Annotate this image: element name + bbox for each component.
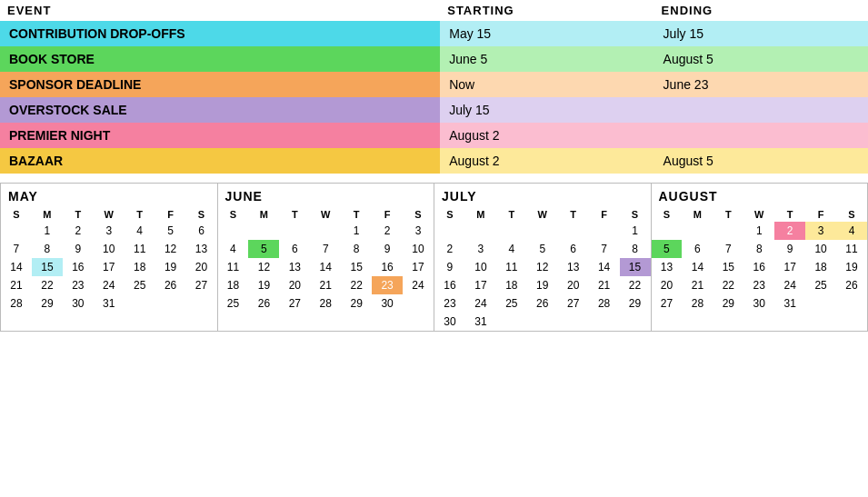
may-cell: 16 — [63, 258, 94, 276]
aug-cell: 29 — [713, 294, 743, 313]
month-july: JULY S M T W T F S — [434, 184, 652, 331]
event-name-contribution: CONTRIBUTION DROP-OFFS — [0, 21, 440, 46]
aug-cell: 26 — [836, 276, 867, 294]
july-cell — [465, 222, 496, 240]
event-end-premier — [654, 123, 868, 148]
aug-cell: 10 — [805, 240, 836, 258]
aug-cell: 22 — [713, 276, 743, 294]
may-cell: 8 — [32, 240, 63, 258]
may-cell: 19 — [155, 258, 186, 276]
event-row-bookstore: BOOK STORE June 5 August 5 — [0, 46, 868, 72]
event-end-bookstore: August 5 — [654, 46, 868, 72]
june-day-header-m: M — [248, 207, 279, 222]
july-cell: 5 — [527, 240, 558, 258]
july-cell: 23 — [434, 294, 465, 313]
july-cell: 27 — [558, 294, 589, 313]
july-cell — [558, 313, 589, 331]
table-row: 1 2 3 — [218, 222, 434, 240]
july-cell: 3 — [465, 240, 496, 258]
aug-cell-3: 3 — [805, 222, 836, 240]
aug-cell-5: 5 — [652, 240, 683, 258]
event-start-bazaar: August 2 — [440, 148, 653, 174]
june-cell: 27 — [279, 294, 310, 313]
july-cell: 12 — [527, 258, 558, 276]
event-name-bazaar: BAZAAR — [0, 148, 440, 174]
calendar-july: S M T W T F S 1 — [434, 207, 651, 331]
table-row: 5 6 7 8 9 10 11 — [652, 240, 868, 258]
july-cell — [496, 222, 527, 240]
may-cell: 13 — [186, 240, 217, 258]
july-cell: 14 — [589, 258, 620, 276]
aug-cell: 11 — [836, 240, 867, 258]
may-cell: 10 — [94, 240, 125, 258]
table-row: 23 24 25 26 27 28 29 — [434, 294, 651, 313]
july-cell: 21 — [589, 276, 620, 294]
may-day-header-f: F — [155, 207, 186, 222]
aug-day-header-f: F — [805, 207, 836, 222]
aug-cell: 31 — [774, 294, 805, 313]
july-cell: 20 — [558, 276, 589, 294]
aug-cell — [682, 222, 713, 240]
june-cell: 15 — [341, 258, 372, 276]
aug-cell — [652, 222, 683, 240]
aug-cell: 25 — [805, 276, 836, 294]
june-day-header-t1: T — [279, 207, 310, 222]
table-row: 21 22 23 24 25 26 27 — [1, 276, 217, 294]
june-cell: 9 — [372, 240, 403, 258]
june-cell: 29 — [341, 294, 372, 313]
aug-cell-2: 2 — [774, 222, 805, 240]
july-day-header-t2: T — [558, 207, 589, 222]
month-june: JUNE S M T W T F S 1 — [218, 184, 435, 331]
july-cell — [496, 313, 527, 331]
june-cell-5: 5 — [248, 240, 279, 258]
june-cell — [218, 222, 249, 240]
june-cell: 12 — [248, 258, 279, 276]
table-row: 4 5 6 7 8 9 10 — [218, 240, 434, 258]
table-row: 18 19 20 21 22 23 24 — [218, 276, 434, 294]
may-cell: 21 — [1, 276, 32, 294]
aug-cell — [836, 294, 867, 313]
may-cell: 6 — [186, 222, 217, 240]
june-cell: 2 — [372, 222, 403, 240]
july-day-header-s2: S — [620, 207, 651, 222]
event-end-sponsor: June 23 — [654, 72, 868, 97]
july-cell — [527, 313, 558, 331]
july-cell — [620, 313, 651, 331]
event-start-contribution: May 15 — [440, 21, 653, 46]
event-name-overstock: OVERSTOCK SALE — [0, 97, 440, 123]
july-cell: 6 — [558, 240, 589, 258]
june-cell: 25 — [218, 294, 249, 313]
aug-cell: 1 — [743, 222, 774, 240]
event-start-premier: August 2 — [440, 123, 653, 148]
event-row-premier: PREMIER NIGHT August 2 — [0, 123, 868, 148]
table-row: 25 26 27 28 29 30 — [218, 294, 434, 313]
may-cell: 20 — [186, 258, 217, 276]
event-start-sponsor: Now — [440, 72, 653, 97]
june-day-header-w: W — [310, 207, 341, 222]
june-cell: 18 — [218, 276, 249, 294]
month-title-august: AUGUST — [652, 184, 868, 207]
june-day-header-s2: S — [403, 207, 434, 222]
july-cell: 28 — [589, 294, 620, 313]
may-day-header-w: W — [94, 207, 125, 222]
june-cell: 26 — [248, 294, 279, 313]
month-august: AUGUST S M T W T F S 1 2 — [652, 184, 868, 331]
july-cell — [434, 222, 465, 240]
may-cell: 4 — [125, 222, 155, 240]
may-cell: 22 — [32, 276, 63, 294]
table-row: 16 17 18 19 20 21 22 — [434, 276, 651, 294]
may-cell: 17 — [94, 258, 125, 276]
may-cell — [186, 294, 217, 313]
aug-cell: 17 — [774, 258, 805, 276]
june-cell: 28 — [310, 294, 341, 313]
july-cell — [558, 222, 589, 240]
table-row: 30 31 — [434, 313, 651, 331]
june-cell: 22 — [341, 276, 372, 294]
may-cell: 30 — [63, 294, 94, 313]
aug-cell: 6 — [682, 240, 713, 258]
table-row: 7 8 9 10 11 12 13 — [1, 240, 217, 258]
july-cell: 8 — [620, 240, 651, 258]
may-cell — [155, 294, 186, 313]
calendar-wrapper: MAY S M T W T F S 1 2 3 4 — [0, 183, 868, 332]
july-cell: 2 — [434, 240, 465, 258]
